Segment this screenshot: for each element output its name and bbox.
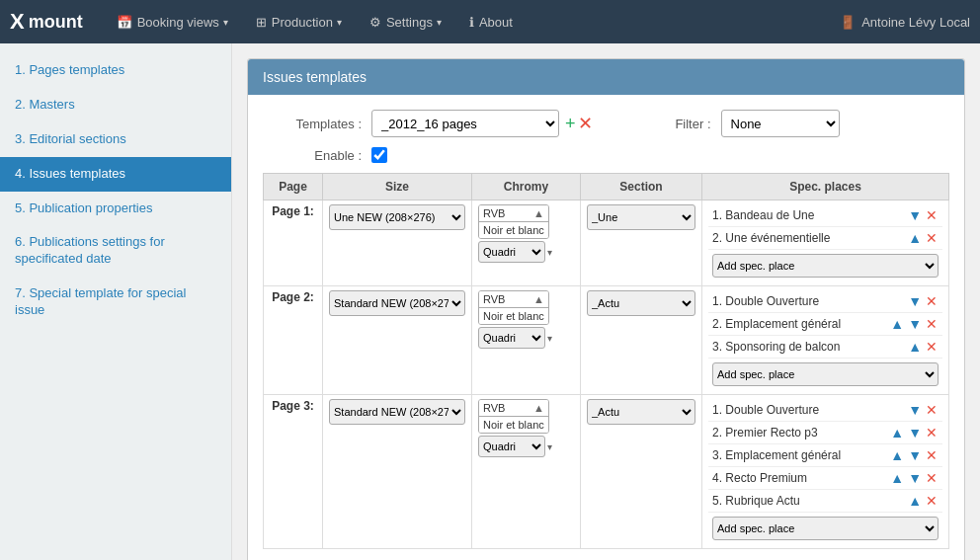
add-spec-row-3: Add spec. place <box>708 513 942 544</box>
filter-label: Filter : <box>612 117 711 131</box>
chromy-mid-3: Noir et blanc <box>479 417 548 433</box>
nav-item-settings[interactable]: ⚙ Settings ▾ <box>356 0 455 43</box>
spec-name-1-1: 1. Bandeau de Une <box>712 208 907 222</box>
size-select-2[interactable]: Standard NEW (208×27… <box>329 290 465 316</box>
spec-delete-button-2-3[interactable]: ✕ <box>925 339 939 355</box>
section-select-2[interactable]: _Actu <box>587 290 695 316</box>
spec-down-button-3-4[interactable]: ▼ <box>907 470 923 486</box>
spec-name-3-3: 3. Emplacement général <box>712 448 889 462</box>
chromy-sub-row-1: Quadri ▾ <box>478 241 574 263</box>
col-section-header: Section <box>581 174 702 200</box>
nav-item-production[interactable]: ⊞ Production ▾ <box>242 0 356 43</box>
spec-down-button-2-1[interactable]: ▼ <box>907 293 923 309</box>
spec-delete-button-3-2[interactable]: ✕ <box>925 425 939 440</box>
spec-actions-2-1: ▼✕ <box>907 293 939 309</box>
nav-item-about[interactable]: ℹ About <box>455 0 527 43</box>
spec-down-button-3-2[interactable]: ▼ <box>907 425 923 440</box>
filter-select[interactable]: None <box>721 110 840 137</box>
spec-actions-3-3: ▲▼✕ <box>889 447 939 463</box>
add-spec-select-2[interactable]: Add spec. place <box>712 362 939 386</box>
sidebar-item-pages-templates-label: 1. Pages templates <box>15 62 124 77</box>
size-select-1[interactable]: Une NEW (208×276) <box>329 204 465 230</box>
spec-up-button-3-2[interactable]: ▲ <box>889 425 905 440</box>
table-row: Page 2:Standard NEW (208×27… RVB ▲ Noir … <box>264 286 949 395</box>
spec-delete-button-3-1[interactable]: ✕ <box>925 402 939 418</box>
sidebar-item-issues-templates[interactable]: 4. Issues templates <box>0 157 231 192</box>
spec-down-button-1-1[interactable]: ▼ <box>907 207 923 223</box>
spec-delete-button-2-2[interactable]: ✕ <box>925 316 939 332</box>
nav-item-about-label: About <box>479 15 513 30</box>
spec-up-button-2-2[interactable]: ▲ <box>889 316 905 332</box>
section-select-3[interactable]: _Actu <box>587 399 695 425</box>
chromy-sub-select-1[interactable]: Quadri <box>478 241 545 263</box>
sidebar-item-masters[interactable]: 2. Masters <box>0 88 231 122</box>
sidebar-item-publications-settings-label: 6. Publications settings for specificate… <box>15 234 165 266</box>
spec-actions-3-2: ▲▼✕ <box>889 425 939 440</box>
chevron-down-icon: ▾ <box>437 17 442 28</box>
section-cell-1: _Une <box>581 200 702 286</box>
sidebar-item-issues-templates-label: 4. Issues templates <box>15 166 125 181</box>
spec-up-button-3-5[interactable]: ▲ <box>907 493 923 509</box>
chromy-cell-3: RVB ▲ Noir et blanc Quadri ▾ <box>472 395 581 549</box>
chromy-inner-2: RVB ▲ Noir et blanc Quadri ▾ <box>478 290 574 349</box>
spec-up-button-3-3[interactable]: ▲ <box>889 447 905 463</box>
sidebar-item-editorial-sections[interactable]: 3. Editorial sections <box>0 122 231 157</box>
spec-delete-button-2-1[interactable]: ✕ <box>925 293 939 309</box>
spec-name-3-5: 5. Rubrique Actu <box>712 494 907 508</box>
spec-delete-button-1-2[interactable]: ✕ <box>925 230 939 246</box>
spec-item-2-1: 1. Double Ouverture▼✕ <box>708 290 942 313</box>
settings-icon: ⚙ <box>369 15 381 30</box>
panel-header: Issues templates <box>248 59 964 95</box>
spec-item-3-1: 1. Double Ouverture▼✕ <box>708 399 942 422</box>
nav-user-label: Antoine Lévy Local <box>861 15 970 30</box>
add-spec-select-3[interactable]: Add spec. place <box>712 517 939 540</box>
spec-up-button-2-3[interactable]: ▲ <box>907 339 923 355</box>
chevron-down-icon: ▾ <box>337 17 342 28</box>
sidebar-item-special-template[interactable]: 7. Special template for special issue <box>0 277 231 328</box>
spec-delete-button-3-4[interactable]: ✕ <box>925 470 939 486</box>
enable-checkbox[interactable] <box>371 147 387 163</box>
spec-cell-1: 1. Bandeau de Une▼✕2. Une événementielle… <box>702 200 949 286</box>
chromy-mid-2: Noir et blanc <box>479 308 548 324</box>
spec-down-button-2-2[interactable]: ▼ <box>907 316 923 332</box>
add-spec-select-1[interactable]: Add spec. place <box>712 254 939 278</box>
spec-delete-button-3-3[interactable]: ✕ <box>925 447 939 463</box>
chromy-sub-row-3: Quadri ▾ <box>478 436 574 457</box>
add-spec-row-2: Add spec. place <box>708 359 942 390</box>
nav-user[interactable]: 🚪 Antoine Lévy Local <box>840 15 970 30</box>
table-row: Page 1:Une NEW (208×276) RVB ▲ Noir et b… <box>264 200 949 286</box>
size-select-3[interactable]: Standard NEW (208×27… <box>329 399 465 425</box>
user-icon: 🚪 <box>840 15 856 30</box>
spec-item-3-3: 3. Emplacement général▲▼✕ <box>708 444 942 467</box>
spec-delete-button-1-1[interactable]: ✕ <box>925 207 939 223</box>
spec-name-3-1: 1. Double Ouverture <box>712 403 907 417</box>
sidebar-item-pages-templates[interactable]: 1. Pages templates <box>0 53 231 88</box>
section-select-1[interactable]: _Une <box>587 204 695 230</box>
spec-item-2-2: 2. Emplacement général▲▼✕ <box>708 313 942 336</box>
sidebar-item-publication-properties[interactable]: 5. Publication properties <box>0 192 231 226</box>
templates-select[interactable]: _2012_16 pages <box>371 110 559 137</box>
add-spec-row-1: Add spec. place <box>708 250 942 281</box>
spec-down-button-3-3[interactable]: ▼ <box>907 447 923 463</box>
nav-item-booking-views[interactable]: 📅 Booking views ▾ <box>103 0 242 43</box>
nav-items: 📅 Booking views ▾ ⊞ Production ▾ ⚙ Setti… <box>103 0 840 43</box>
nav-item-settings-label: Settings <box>386 15 433 30</box>
templates-row: Templates : _2012_16 pages + ✕ Filter : … <box>263 110 949 137</box>
spec-actions-1-2: ▲✕ <box>907 230 939 246</box>
add-template-button[interactable]: + <box>565 114 576 134</box>
col-spec-header: Spec. places <box>702 174 949 200</box>
layout: 1. Pages templates 2. Masters 3. Editori… <box>0 43 980 560</box>
spec-delete-button-3-5[interactable]: ✕ <box>925 493 939 509</box>
sidebar-item-publications-settings[interactable]: 6. Publications settings for specificate… <box>0 225 231 277</box>
spec-up-button-1-2[interactable]: ▲ <box>907 230 923 246</box>
chromy-sub-arrow-icon-3: ▾ <box>547 441 552 452</box>
sidebar-item-special-template-label: 7. Special template for special issue <box>15 285 186 317</box>
chromy-sub-select-2[interactable]: Quadri <box>478 327 545 349</box>
spec-up-button-3-4[interactable]: ▲ <box>889 470 905 486</box>
spec-down-button-3-1[interactable]: ▼ <box>907 402 923 418</box>
chromy-sub-select-3[interactable]: Quadri <box>478 436 545 457</box>
brand-logo[interactable]: X mount <box>10 9 83 35</box>
spec-name-1-2: 2. Une événementielle <box>712 231 907 245</box>
chromy-mid-1: Noir et blanc <box>479 222 548 238</box>
remove-template-button[interactable]: ✕ <box>578 113 593 134</box>
